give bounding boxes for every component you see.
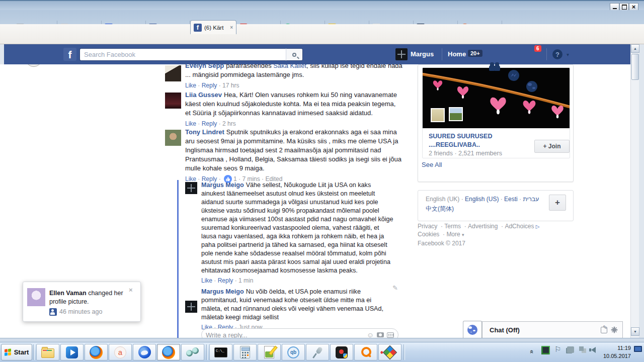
- notifications-globe-icon[interactable]: [526, 81, 537, 92]
- taskbar-clock[interactable]: 11:19 10.05.2017: [601, 344, 631, 360]
- member-avatar[interactable]: [449, 107, 463, 121]
- start-button[interactable]: Start: [1, 344, 32, 360]
- facebook-logo[interactable]: [63, 48, 76, 61]
- reply-link[interactable]: Reply: [212, 277, 233, 285]
- home-link[interactable]: Home: [448, 50, 466, 58]
- comment-time[interactable]: 2 hrs: [217, 119, 235, 128]
- language-link[interactable]: עברית: [518, 196, 539, 203]
- magnifier-icon: [359, 346, 372, 359]
- maximize-button[interactable]: [619, 3, 629, 11]
- see-all-link[interactable]: See All: [422, 161, 442, 168]
- avatar-tony-lindret[interactable]: [165, 130, 181, 146]
- author-link[interactable]: Margus Meigo: [201, 182, 244, 189]
- chat-settings-gear-icon[interactable]: [612, 328, 616, 332]
- quicklaunch-screen-recorder[interactable]: [330, 344, 353, 360]
- quicklaunch-file-explorer[interactable]: [36, 344, 59, 360]
- quicklaunch-calculator[interactable]: [233, 344, 257, 360]
- avatar-margus-meigo[interactable]: [185, 182, 197, 194]
- profile-name-link[interactable]: Margus: [411, 50, 434, 58]
- tray-expand-icon[interactable]: [528, 350, 536, 353]
- show-desktop-icon[interactable]: [634, 346, 642, 352]
- reply-link[interactable]: Reply: [196, 119, 217, 128]
- tray-network-icon[interactable]: [579, 346, 584, 351]
- author-link[interactable]: Tony Lindret: [185, 128, 224, 136]
- tab-close-icon[interactable]: [230, 25, 233, 30]
- quicklaunch-voice-recorder[interactable]: [306, 344, 329, 360]
- quicklaunch-qbittorrent[interactable]: [282, 344, 305, 360]
- tab-facebook-kart-active[interactable]: (6) Kärt: [190, 20, 236, 34]
- friend-requests-icon[interactable]: [488, 62, 502, 71]
- avatar-liia-gussev[interactable]: [165, 93, 181, 109]
- like-link[interactable]: Like: [185, 119, 196, 128]
- quicklaunch-capture-tool[interactable]: [181, 344, 204, 360]
- chat-bar[interactable]: Chat (Off): [482, 321, 623, 338]
- quicklaunch-firefox[interactable]: [85, 344, 108, 360]
- author-link[interactable]: Liia Gussev: [185, 91, 222, 99]
- tray-gpu-icon[interactable]: [541, 346, 550, 354]
- privacy-link[interactable]: Privacy: [418, 223, 437, 230]
- comment-text: Margus MeigoVähe sellest, Nõukogude Liit…: [201, 181, 393, 275]
- tray-volume-icon[interactable]: [591, 347, 596, 353]
- scrollbar-thumb[interactable]: [631, 54, 639, 80]
- account-dropdown-icon[interactable]: [567, 52, 569, 57]
- language-link[interactable]: Eesti: [499, 196, 517, 203]
- group-name-link[interactable]: ....REEGLIVABA..: [429, 141, 480, 149]
- messenger-icon[interactable]: [508, 70, 519, 81]
- avatar-ellen-vaman[interactable]: [27, 288, 45, 306]
- new-message-icon[interactable]: [601, 327, 607, 333]
- like-link[interactable]: Like: [201, 277, 212, 285]
- facebook-search[interactable]: [79, 48, 303, 61]
- avatar-margus-meigo[interactable]: [185, 301, 197, 313]
- advertising-link[interactable]: Advertising: [462, 223, 498, 230]
- adchoices-link[interactable]: AdChoices: [500, 223, 540, 230]
- taskbar-firefox-active[interactable]: [157, 344, 180, 360]
- more-link[interactable]: More: [441, 231, 464, 238]
- quicklaunch-command-prompt[interactable]: [209, 344, 232, 360]
- add-language-button[interactable]: +: [549, 195, 566, 211]
- join-group-button[interactable]: + Join: [534, 140, 570, 153]
- edit-pencil-icon[interactable]: [392, 284, 398, 292]
- quicklaunch-bluebird-app[interactable]: [133, 344, 156, 360]
- tray-power-icon[interactable]: [567, 346, 574, 353]
- member-avatar[interactable]: [431, 108, 445, 122]
- clock-time: 11:19: [601, 344, 631, 352]
- page-scrollbar[interactable]: [630, 44, 639, 338]
- tray-flag-icon[interactable]: [554, 345, 561, 354]
- minimize-button[interactable]: [610, 3, 619, 11]
- cookies-link[interactable]: Cookies: [418, 231, 439, 238]
- reply-composer[interactable]: [201, 328, 398, 338]
- search-input[interactable]: [79, 48, 286, 61]
- sticker-keyboard-icon[interactable]: [387, 332, 394, 338]
- close-icon[interactable]: [129, 286, 133, 294]
- comment-time[interactable]: 17 hrs: [217, 81, 239, 90]
- author-link[interactable]: Margus Meigo: [201, 288, 244, 295]
- window-bottom-edge: [0, 338, 644, 342]
- language-link[interactable]: English (US): [459, 196, 499, 203]
- header-divider: [546, 48, 547, 60]
- close-button[interactable]: [629, 3, 638, 11]
- quicklaunch-notepad-plus[interactable]: [258, 344, 281, 360]
- copyright: Facebook © 2017: [418, 240, 465, 247]
- quicklaunch-activepresenter[interactable]: [109, 344, 132, 360]
- group-name-link[interactable]: SUURED SUURUSED: [429, 132, 492, 141]
- scroll-down-icon[interactable]: [631, 327, 639, 336]
- terms-link[interactable]: Terms: [439, 223, 461, 230]
- emoji-icon[interactable]: [367, 331, 374, 338]
- firefox-icon: [162, 346, 175, 359]
- scroll-up-icon[interactable]: [631, 44, 639, 53]
- chat-globe-button[interactable]: [463, 321, 482, 338]
- search-button[interactable]: [286, 48, 303, 61]
- avatar-evelyn-sepp[interactable]: [165, 65, 181, 81]
- help-icon[interactable]: [552, 49, 562, 59]
- quicklaunch-color-tool[interactable]: [378, 344, 401, 360]
- language-link[interactable]: 中文(简体): [426, 205, 454, 212]
- reply-link[interactable]: Reply: [196, 81, 217, 90]
- profile-avatar[interactable]: [395, 48, 408, 60]
- reply-input[interactable]: [206, 331, 365, 338]
- quicklaunch-search-tool[interactable]: [354, 344, 377, 360]
- comment-time[interactable]: 1 min: [233, 277, 253, 285]
- notification-popup[interactable]: Ellen Vaman changed her profile picture.…: [23, 282, 141, 322]
- like-link[interactable]: Like: [185, 81, 196, 90]
- camera-icon[interactable]: [377, 332, 384, 337]
- quicklaunch-media-player[interactable]: [60, 344, 84, 360]
